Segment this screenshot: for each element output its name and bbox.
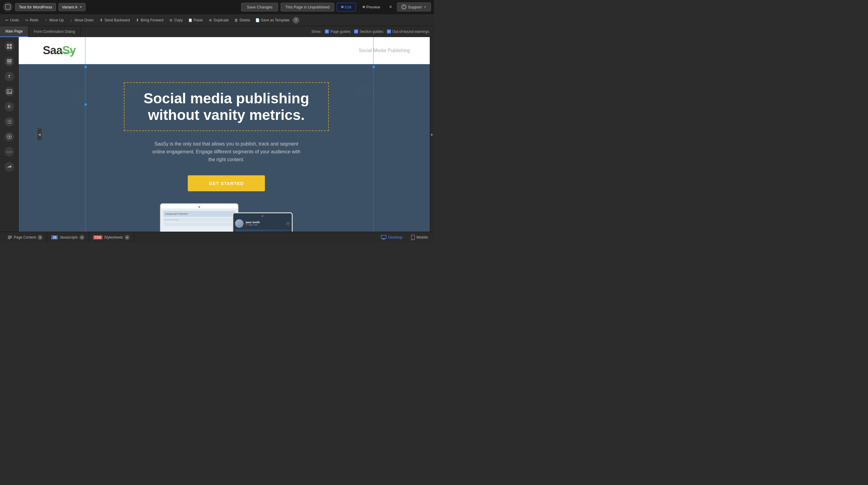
svg-rect-4	[7, 59, 12, 61]
bring-forward-button[interactable]: ⬆ Bring Forward	[133, 17, 166, 24]
toolbar: ↩ Undo ↪ Redo ↑ Move Up ↓ Move Down ⬇ Se…	[0, 14, 434, 26]
redo-icon: ↪	[24, 18, 29, 22]
svg-rect-3	[10, 47, 12, 49]
page-name[interactable]: Test for WordPress	[15, 3, 56, 11]
bring-forward-icon: ⬆	[135, 18, 140, 22]
hero-headline-box: Social media publishing without vanity m…	[124, 82, 329, 131]
undo-button[interactable]: ↩ Undo	[2, 17, 22, 24]
canvas-area[interactable]: SaaSy Social Media Publishing 🛒 💡 ⚙ ✉	[19, 37, 434, 232]
hero-device-mockup: Savannah Fletcher 00 00 00 00 00	[160, 203, 293, 232]
send-backward-button[interactable]: ⬇ Send Backward	[97, 17, 132, 24]
stylesheets-add-button[interactable]: +	[125, 235, 130, 240]
stylesheets-tab[interactable]: CSS Stylesheets +	[89, 232, 134, 243]
page-content: SaaSy Social Media Publishing 🛒 💡 ⚙ ✉	[19, 37, 434, 232]
svg-point-12	[7, 120, 8, 121]
svg-rect-5	[7, 61, 12, 62]
tab-confirmation-dialog[interactable]: Form Confirmation Dialog	[28, 26, 81, 37]
duplicate-icon: ⊕	[208, 18, 213, 22]
out-of-bound-control[interactable]: Out-of-bound warnings	[387, 30, 429, 34]
delete-icon: 🗑	[234, 18, 239, 22]
svg-point-8	[7, 90, 9, 91]
phone-camera-icon	[261, 215, 264, 217]
svg-rect-18	[8, 237, 12, 238]
section-guides-checkbox[interactable]	[354, 30, 358, 33]
left-panel-collapse[interactable]: ◀	[37, 128, 41, 140]
out-of-bound-checkbox[interactable]	[387, 30, 391, 33]
sidebar-item-code[interactable]: </>	[2, 145, 16, 159]
logo-smile-icon	[58, 50, 76, 54]
delete-button[interactable]: 🗑 Delete	[232, 17, 253, 24]
mobile-icon	[411, 235, 415, 240]
svg-rect-2	[7, 47, 9, 49]
left-collapse-icon: ◀	[38, 133, 41, 136]
edit-button[interactable]: Edit	[337, 3, 356, 11]
hero-subtext: SaaSy is the only tool that allows you t…	[151, 140, 302, 163]
tab-main-page[interactable]: Main Page	[0, 26, 28, 37]
page-content-icon	[8, 236, 12, 239]
page-content-tab[interactable]: Page Content +	[4, 232, 47, 243]
javascripts-add-button[interactable]: +	[80, 235, 84, 240]
unpublished-button[interactable]: This Page is Unpublished	[281, 3, 334, 11]
move-up-button[interactable]: ↑ Move Up	[41, 17, 66, 24]
page-guides-checkbox[interactable]	[325, 30, 329, 33]
page-guides-control[interactable]: Page guides	[325, 30, 350, 34]
hero-cta-button[interactable]: GET STARTED	[188, 175, 265, 191]
save-changes-button[interactable]: Save Changes	[241, 3, 278, 11]
bg-cart-icon: 🛒	[37, 73, 59, 95]
hero-headline: Social media publishing without vanity m…	[136, 90, 316, 123]
save-template-icon: 📄	[255, 18, 260, 22]
bg-bulb-icon: 💡	[67, 88, 90, 110]
sidebar-item-image[interactable]	[2, 85, 16, 98]
guide-dot-bottom-left	[84, 103, 87, 106]
left-sidebar: T B	[0, 37, 19, 232]
svg-marker-16	[9, 136, 11, 138]
duplicate-button[interactable]: ⊕ Duplicate	[206, 17, 231, 24]
sidebar-item-button[interactable]: B	[2, 100, 16, 114]
right-panel-collapse[interactable]: ▶	[430, 37, 434, 232]
move-down-icon: ↓	[69, 18, 73, 22]
svg-rect-22	[382, 239, 385, 239]
redo-button[interactable]: ↪ Redo	[22, 17, 41, 24]
bg-chat-icon: 💬	[351, 82, 374, 104]
javascripts-tab[interactable]: JS Javascripts +	[47, 232, 89, 243]
copy-button[interactable]: ⧉ Copy	[166, 17, 185, 24]
header-tagline: Social Media Publishing	[359, 48, 410, 53]
svg-rect-24	[412, 239, 413, 239]
sidebar-item-social[interactable]	[2, 160, 16, 174]
page-content-add-button[interactable]: +	[38, 235, 42, 240]
svg-point-14	[7, 123, 8, 124]
js-badge: JS	[51, 235, 58, 239]
preview-button[interactable]: Preview	[358, 3, 384, 11]
svg-rect-20	[381, 235, 386, 238]
guide-dot-top-right	[373, 66, 375, 68]
edit-dot-icon	[341, 6, 344, 8]
desktop-view-button[interactable]: Desktop	[378, 234, 405, 241]
help-button[interactable]: ?	[293, 17, 299, 24]
copy-icon: ⧉	[169, 18, 173, 22]
send-backward-icon: ⬇	[99, 18, 103, 22]
logo: SaaSy	[43, 44, 76, 57]
support-button[interactable]: ? Support ▼	[397, 2, 431, 11]
bottom-bar: Page Content + JS Javascripts + CSS Styl…	[0, 232, 434, 243]
close-button[interactable]: ×	[387, 3, 394, 11]
sidebar-item-list[interactable]	[2, 115, 16, 129]
variant-selector[interactable]: Variant A ▼	[59, 3, 86, 11]
sidebar-item-modules[interactable]	[2, 39, 16, 53]
view-toggle: Desktop Mobile	[378, 233, 430, 241]
sidebar-item-rows[interactable]	[2, 55, 16, 68]
move-up-icon: ↑	[44, 18, 48, 22]
sidebar-item-text[interactable]: T	[2, 70, 16, 84]
tablet-camera-icon	[198, 206, 200, 208]
move-down-button[interactable]: ↓ Move Down	[67, 17, 96, 24]
app-logo	[3, 2, 13, 12]
svg-rect-21	[383, 238, 384, 239]
mobile-view-button[interactable]: Mobile	[409, 233, 430, 241]
paste-button[interactable]: 📋 Paste	[186, 17, 205, 24]
undo-icon: ↩	[5, 18, 9, 22]
section-guides-control[interactable]: Section guides	[354, 30, 383, 34]
save-template-button[interactable]: 📄 Save as Template	[253, 17, 292, 24]
bg-heart-icon: ♥	[79, 222, 90, 232]
svg-rect-19	[8, 238, 11, 239]
bg-email-icon: ⚙	[394, 70, 410, 91]
sidebar-item-video[interactable]	[2, 130, 16, 144]
